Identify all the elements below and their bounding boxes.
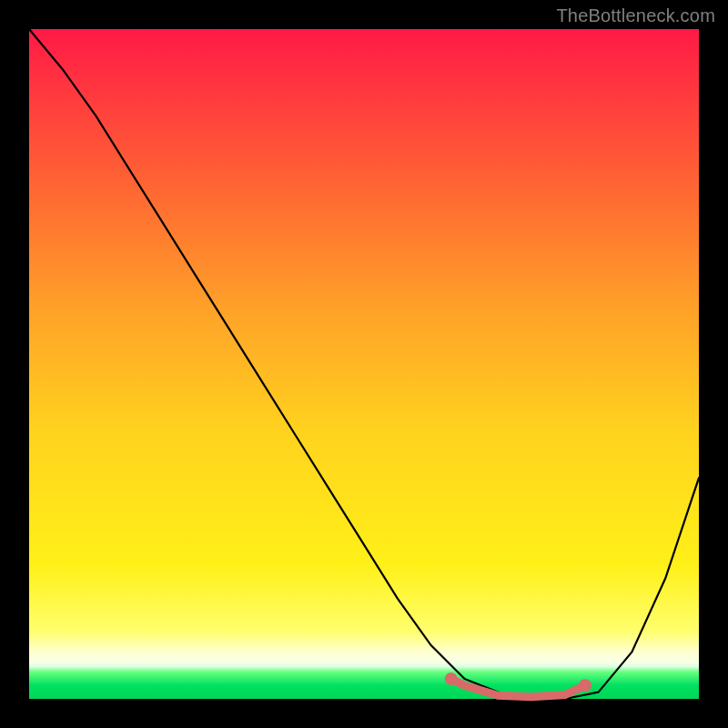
curve-overlay xyxy=(29,29,699,699)
chart-frame: TheBottleneck.com xyxy=(0,0,728,728)
attribution-text: TheBottleneck.com xyxy=(556,5,715,26)
bottleneck-curve xyxy=(29,29,699,699)
highlight-dot-right xyxy=(579,679,592,692)
highlight-dot-left xyxy=(445,672,458,685)
